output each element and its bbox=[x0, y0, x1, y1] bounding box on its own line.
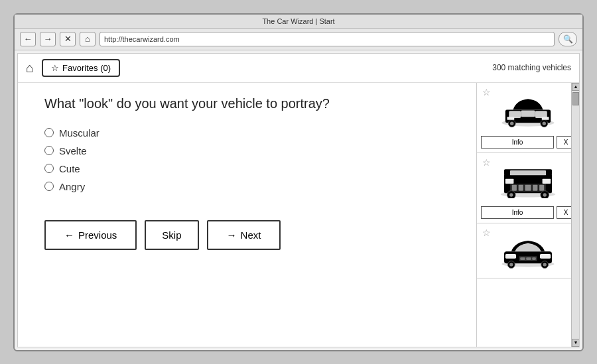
svg-rect-20 bbox=[539, 185, 544, 191]
svg-rect-33 bbox=[526, 257, 531, 260]
svg-rect-32 bbox=[520, 257, 525, 260]
svg-point-8 bbox=[543, 122, 546, 125]
radio-svelte bbox=[44, 146, 54, 155]
skip-button[interactable]: Skip bbox=[145, 220, 198, 250]
svg-rect-29 bbox=[505, 254, 516, 259]
browser-content: ⌂ ☆ Favorites (0) 300 matching vehicles … bbox=[17, 53, 580, 347]
svg-rect-4 bbox=[521, 110, 535, 117]
vehicle-card-3: ☆ bbox=[477, 223, 579, 278]
arrow-right-icon: → bbox=[227, 229, 237, 241]
vehicle-2-actions: Info X bbox=[481, 206, 575, 219]
svg-rect-9 bbox=[507, 117, 515, 120]
vehicle-card-2: ☆ bbox=[477, 153, 579, 223]
nav-buttons: ← Previous Skip → Next bbox=[44, 220, 450, 250]
vehicle-sidebar: ☆ bbox=[476, 83, 579, 347]
question-text: What "look" do you want your vehicle to … bbox=[44, 96, 450, 111]
svg-rect-10 bbox=[542, 117, 549, 120]
vehicle-list: ☆ bbox=[477, 83, 579, 347]
favorites-button[interactable]: ☆ Favorites (0) bbox=[42, 59, 120, 77]
vehicle-1-image bbox=[481, 87, 575, 133]
vehicle-1-info-button[interactable]: Info bbox=[481, 136, 554, 149]
skip-label: Skip bbox=[162, 229, 181, 241]
content-header: ⌂ ☆ Favorites (0) 300 matching vehicles bbox=[18, 54, 579, 83]
vehicle-card-1: ☆ bbox=[477, 83, 579, 153]
option-angry-label: Angry bbox=[59, 181, 85, 192]
vehicle-3-image bbox=[481, 227, 575, 274]
svg-point-7 bbox=[510, 122, 513, 125]
svg-rect-16 bbox=[512, 185, 517, 191]
svg-point-37 bbox=[509, 263, 513, 266]
scrollbar-thumb[interactable] bbox=[572, 92, 579, 105]
scrollbar-track: ▲ ▼ bbox=[571, 83, 579, 347]
option-svelte-label: Svelte bbox=[59, 145, 87, 156]
option-cute-label: Cute bbox=[59, 163, 80, 174]
radio-muscular bbox=[44, 128, 54, 137]
main-section: What "look" do you want your vehicle to … bbox=[18, 83, 476, 347]
svg-rect-19 bbox=[533, 185, 537, 191]
page-title: The Car Wizard | Start bbox=[262, 17, 334, 25]
option-muscular-label: Muscular bbox=[59, 127, 100, 139]
svg-point-25 bbox=[509, 193, 513, 196]
svg-point-26 bbox=[543, 193, 547, 196]
svg-rect-17 bbox=[519, 185, 523, 191]
svg-rect-22 bbox=[543, 179, 551, 184]
previous-label: Previous bbox=[78, 229, 117, 241]
scrollbar-down-button[interactable]: ▼ bbox=[572, 339, 579, 347]
back-button[interactable]: ← bbox=[20, 32, 36, 46]
option-angry[interactable]: Angry bbox=[44, 181, 450, 192]
option-svelte[interactable]: Svelte bbox=[44, 145, 450, 156]
radio-cute bbox=[44, 164, 54, 173]
address-bar[interactable] bbox=[100, 32, 555, 46]
svg-rect-34 bbox=[532, 257, 535, 260]
search-button[interactable]: 🔍 bbox=[559, 32, 577, 46]
vehicle-3-star[interactable]: ☆ bbox=[482, 227, 491, 238]
next-label: Next bbox=[241, 229, 261, 241]
vehicle-2-svg bbox=[498, 162, 558, 198]
svg-point-38 bbox=[543, 263, 547, 266]
home-button[interactable]: ⌂ bbox=[80, 32, 96, 46]
home-icon[interactable]: ⌂ bbox=[26, 60, 34, 76]
radio-angry bbox=[44, 182, 54, 191]
vehicle-1-svg bbox=[498, 91, 558, 128]
vehicle-2-image bbox=[481, 157, 575, 204]
browser-titlebar: The Car Wizard | Start bbox=[15, 15, 582, 29]
favorites-star-icon: ☆ bbox=[51, 63, 59, 73]
matching-vehicles-count: 300 matching vehicles bbox=[492, 63, 571, 72]
options-list: Muscular Svelte Cute Angry bbox=[44, 127, 450, 199]
vehicle-3-svg bbox=[498, 232, 558, 269]
content-body: What "look" do you want your vehicle to … bbox=[18, 83, 579, 347]
next-button[interactable]: → Next bbox=[207, 220, 281, 250]
browser-window: The Car Wizard | Start ← → ✕ ⌂ 🔍 ⌂ ☆ Fav… bbox=[13, 13, 584, 351]
favorites-label: Favorites (0) bbox=[62, 63, 111, 73]
svg-rect-30 bbox=[540, 254, 551, 259]
svg-rect-21 bbox=[505, 179, 514, 184]
option-cute[interactable]: Cute bbox=[44, 163, 450, 174]
vehicle-2-info-button[interactable]: Info bbox=[481, 206, 554, 219]
vehicle-1-star[interactable]: ☆ bbox=[482, 87, 491, 97]
stop-button[interactable]: ✕ bbox=[60, 32, 76, 46]
svg-rect-14 bbox=[510, 170, 546, 175]
scrollbar-up-button[interactable]: ▲ bbox=[572, 83, 579, 91]
vehicle-1-actions: Info X bbox=[481, 136, 575, 149]
browser-toolbar: ← → ✕ ⌂ 🔍 bbox=[15, 29, 582, 50]
forward-button[interactable]: → bbox=[40, 32, 56, 46]
arrow-left-icon: ← bbox=[64, 229, 74, 241]
previous-button[interactable]: ← Previous bbox=[44, 220, 137, 250]
svg-rect-18 bbox=[525, 185, 531, 191]
vehicle-2-star[interactable]: ☆ bbox=[482, 157, 491, 168]
option-muscular[interactable]: Muscular bbox=[44, 127, 450, 139]
